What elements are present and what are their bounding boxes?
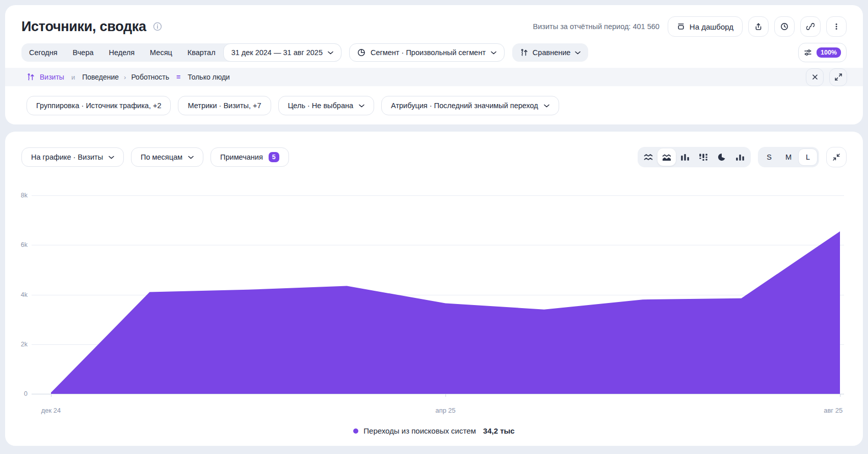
history-clock-icon: [780, 22, 788, 31]
x-axis-label: авг 25: [824, 407, 843, 414]
chart-card: На графике · Визиты По месяцам Примечани…: [5, 132, 863, 446]
y-axis-label: 0: [5, 389, 28, 398]
granularity-dropdown[interactable]: По месяцам: [131, 147, 203, 167]
filter-metric-label[interactable]: Визиты: [40, 73, 64, 81]
range-yesterday[interactable]: Вчера: [65, 43, 101, 62]
range-month[interactable]: Месяц: [142, 43, 180, 62]
compare-dropdown[interactable]: Сравнение: [512, 43, 589, 62]
column-chart-icon: [735, 154, 745, 161]
chevron-down-icon: [575, 51, 581, 55]
range-today[interactable]: Сегодня: [21, 43, 65, 62]
grouping-dropdown[interactable]: Группировка · Источник трафика, +2: [27, 96, 171, 115]
size-m-button[interactable]: M: [779, 148, 798, 166]
column-chart-button[interactable]: [731, 148, 749, 166]
chevron-down-icon: [359, 104, 364, 108]
goal-dropdown-label: Цель · Не выбрана: [288, 102, 353, 110]
copy-link-button[interactable]: [800, 16, 821, 37]
share-button[interactable]: [748, 16, 769, 37]
segment-dropdown[interactable]: Сегмент · Произвольный сегмент: [349, 43, 505, 62]
range-week[interactable]: Неделя: [101, 43, 143, 62]
period-toolbar: Сегодня Вчера Неделя Месяц Квартал 31 де…: [5, 37, 863, 62]
stacked-chart-button[interactable]: [694, 148, 713, 166]
metrics-dropdown[interactable]: Метрики · Визиты, +7: [178, 96, 271, 115]
filter-breadcrumb-separator: ›: [124, 73, 126, 81]
quick-range-group: Сегодня Вчера Неделя Месяц Квартал 31 де…: [21, 43, 341, 62]
chevron-down-icon: [491, 51, 496, 55]
range-quarter[interactable]: Квартал: [180, 43, 223, 62]
pie-chart-button[interactable]: [713, 148, 731, 166]
filter-value[interactable]: Только люди: [188, 73, 230, 81]
area-chart-button[interactable]: [657, 148, 676, 166]
info-icon: [152, 21, 163, 32]
chevron-down-icon: [109, 156, 114, 159]
on-chart-dropdown[interactable]: На графике · Визиты: [21, 147, 124, 167]
stacked-chart-icon: [699, 154, 708, 161]
notes-button[interactable]: Примечания 5: [211, 147, 289, 167]
x-axis-label: дек 24: [41, 407, 61, 414]
chart-type-group: [638, 147, 751, 167]
visits-summary: Визиты за отчётный период: 401 560: [533, 22, 660, 31]
compare-dropdown-label: Сравнение: [533, 48, 571, 57]
report-settings-row: Группировка · Источник трафика, +2 Метри…: [27, 96, 559, 115]
date-range-picker[interactable]: 31 дек 2024 — 31 авг 2025: [223, 43, 341, 62]
legend-label: Переходы из поисковых систем: [363, 426, 476, 435]
size-l-button[interactable]: L: [798, 148, 818, 166]
notes-button-label: Примечания: [220, 153, 263, 161]
sampling-badge: 100%: [817, 47, 841, 58]
legend-dot: [353, 428, 358, 434]
filter-attribute-group: Поведение: [82, 73, 119, 81]
attribution-dropdown[interactable]: Атрибуция · Последний значимый переход: [381, 96, 559, 115]
x-axis-label: апр 25: [435, 407, 456, 414]
report-header-card: Источники, сводка Визиты за отчётный пер…: [5, 5, 863, 124]
collapse-chart-button[interactable]: [826, 147, 847, 167]
on-chart-dropdown-label: На графике · Визиты: [31, 153, 103, 161]
header-actions: Визиты за отчётный период: 401 560 На да…: [533, 16, 847, 37]
pie-chart-icon: [718, 153, 726, 161]
area-series: [51, 232, 840, 394]
filter-attribute-name: Роботность: [131, 73, 169, 81]
close-icon: [811, 73, 819, 81]
goal-dropdown[interactable]: Цель · Не выбрана: [278, 96, 374, 115]
bar-chart-button[interactable]: [676, 148, 694, 166]
y-axis-label: 6k: [5, 240, 28, 249]
attribution-dropdown-label: Атрибуция · Последний значимый переход: [391, 102, 538, 110]
dashboard-icon: [677, 22, 685, 31]
chevron-down-icon: [188, 156, 194, 159]
header-row: Источники, сводка Визиты за отчётный пер…: [5, 5, 863, 37]
chart-view-controls: S M L: [638, 147, 847, 167]
share-icon: [754, 22, 762, 31]
segment-pie-icon: [357, 48, 365, 57]
y-axis-label: 8k: [5, 191, 28, 200]
line-chart-button[interactable]: [639, 148, 657, 166]
info-button[interactable]: [152, 21, 163, 32]
metrics-dropdown-label: Метрики · Визиты, +7: [188, 102, 261, 110]
filter-bar: Визиты и Поведение › Роботность = Только…: [5, 68, 863, 86]
chart-region: 02k4k6k8kдек 24апр 25авг 25 Переходы из …: [5, 132, 863, 446]
grouping-dropdown-label: Группировка · Источник трафика, +2: [36, 102, 161, 110]
y-axis-label: 2k: [5, 340, 28, 349]
chart-canvas[interactable]: [32, 192, 845, 398]
legend-item[interactable]: Переходы из поисковых систем 34,2 тыс: [5, 426, 863, 435]
chevron-down-icon: [328, 51, 333, 55]
filter-metric-icon: [27, 73, 35, 81]
history-button[interactable]: [774, 16, 795, 37]
chevron-down-icon: [544, 104, 549, 108]
granularity-dropdown-label: По месяцам: [141, 153, 182, 161]
y-axis-label: 4k: [5, 290, 28, 299]
kebab-menu-icon: [832, 22, 840, 31]
filter-bar-actions: [806, 68, 847, 86]
more-menu-button[interactable]: [826, 16, 847, 37]
page-title: Источники, сводка: [21, 17, 146, 36]
filter-conjunction: и: [71, 73, 75, 81]
dashboard-button[interactable]: На дашборд: [668, 16, 743, 37]
expand-filter-button[interactable]: [829, 68, 847, 86]
chart-size-group: S M L: [758, 147, 819, 167]
chart-controls-row: На графике · Визиты По месяцам Примечани…: [5, 132, 863, 167]
date-range-value: 31 дек 2024 — 31 авг 2025: [231, 48, 323, 57]
link-icon: [806, 22, 814, 31]
sampling-button[interactable]: 100%: [798, 43, 847, 62]
expand-icon: [834, 72, 843, 82]
area-chart-icon: [662, 154, 671, 161]
size-s-button[interactable]: S: [759, 148, 779, 166]
remove-filter-button[interactable]: [806, 68, 824, 86]
